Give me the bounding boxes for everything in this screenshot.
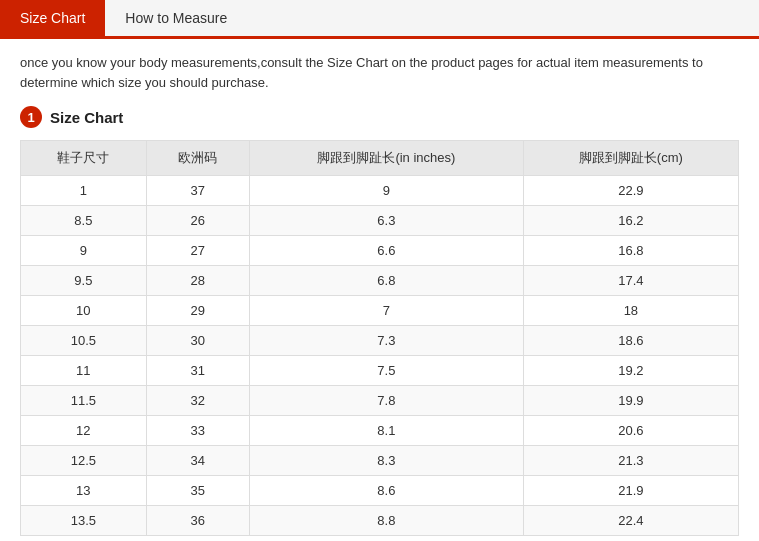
table-cell: 9 — [21, 236, 147, 266]
table-cell: 8.1 — [250, 416, 524, 446]
table-cell: 20.6 — [523, 416, 738, 446]
table-cell: 19.9 — [523, 386, 738, 416]
table-row: 137922.9 — [21, 176, 739, 206]
col-header-eu-size: 欧洲码 — [146, 141, 249, 176]
tab-how-to-measure[interactable]: How to Measure — [105, 0, 247, 36]
table-row: 12338.120.6 — [21, 416, 739, 446]
table-cell: 34 — [146, 446, 249, 476]
table-cell: 21.3 — [523, 446, 738, 476]
table-row: 9.5286.817.4 — [21, 266, 739, 296]
table-cell: 27 — [146, 236, 249, 266]
table-cell: 22.4 — [523, 506, 738, 536]
table-row: 11317.519.2 — [21, 356, 739, 386]
table-cell: 28 — [146, 266, 249, 296]
table-cell: 13.5 — [21, 506, 147, 536]
table-cell: 1 — [21, 176, 147, 206]
table-cell: 7.8 — [250, 386, 524, 416]
table-cell: 11 — [21, 356, 147, 386]
table-cell: 18.6 — [523, 326, 738, 356]
col-header-cm: 脚跟到脚趾长(cm) — [523, 141, 738, 176]
table-cell: 32 — [146, 386, 249, 416]
table-cell: 36 — [146, 506, 249, 536]
table-cell: 6.3 — [250, 206, 524, 236]
size-table: 鞋子尺寸 欧洲码 脚跟到脚趾长(in inches) 脚跟到脚趾长(cm) 13… — [20, 140, 739, 536]
table-cell: 8.3 — [250, 446, 524, 476]
table-cell: 22.9 — [523, 176, 738, 206]
table-cell: 7 — [250, 296, 524, 326]
table-cell: 21.9 — [523, 476, 738, 506]
table-cell: 10 — [21, 296, 147, 326]
table-row: 9276.616.8 — [21, 236, 739, 266]
table-row: 12.5348.321.3 — [21, 446, 739, 476]
table-cell: 9 — [250, 176, 524, 206]
table-cell: 11.5 — [21, 386, 147, 416]
table-cell: 16.2 — [523, 206, 738, 236]
table-cell: 6.8 — [250, 266, 524, 296]
table-cell: 18 — [523, 296, 738, 326]
table-cell: 37 — [146, 176, 249, 206]
col-header-shoe-size: 鞋子尺寸 — [21, 141, 147, 176]
col-header-inches: 脚跟到脚趾长(in inches) — [250, 141, 524, 176]
table-cell: 8.6 — [250, 476, 524, 506]
table-row: 13.5368.822.4 — [21, 506, 739, 536]
table-row: 10.5307.318.6 — [21, 326, 739, 356]
table-cell: 33 — [146, 416, 249, 446]
table-cell: 10.5 — [21, 326, 147, 356]
table-cell: 13 — [21, 476, 147, 506]
section-header: 1 Size Chart — [20, 106, 739, 128]
table-row: 11.5327.819.9 — [21, 386, 739, 416]
table-cell: 35 — [146, 476, 249, 506]
tab-size-chart[interactable]: Size Chart — [0, 0, 105, 36]
table-cell: 26 — [146, 206, 249, 236]
intro-text: once you know your body measurements,con… — [20, 53, 739, 92]
table-cell: 6.6 — [250, 236, 524, 266]
table-cell: 8.5 — [21, 206, 147, 236]
table-cell: 16.8 — [523, 236, 738, 266]
table-cell: 9.5 — [21, 266, 147, 296]
table-cell: 17.4 — [523, 266, 738, 296]
table-row: 1029718 — [21, 296, 739, 326]
table-cell: 7.3 — [250, 326, 524, 356]
section-number: 1 — [20, 106, 42, 128]
table-cell: 30 — [146, 326, 249, 356]
table-cell: 7.5 — [250, 356, 524, 386]
table-row: 13358.621.9 — [21, 476, 739, 506]
table-cell: 31 — [146, 356, 249, 386]
table-header-row: 鞋子尺寸 欧洲码 脚跟到脚趾长(in inches) 脚跟到脚趾长(cm) — [21, 141, 739, 176]
table-cell: 8.8 — [250, 506, 524, 536]
table-cell: 19.2 — [523, 356, 738, 386]
table-row: 8.5266.316.2 — [21, 206, 739, 236]
table-cell: 12.5 — [21, 446, 147, 476]
content-area: once you know your body measurements,con… — [0, 39, 759, 541]
table-cell: 29 — [146, 296, 249, 326]
table-cell: 12 — [21, 416, 147, 446]
tab-bar: Size Chart How to Measure — [0, 0, 759, 39]
section-title-text: Size Chart — [50, 109, 123, 126]
